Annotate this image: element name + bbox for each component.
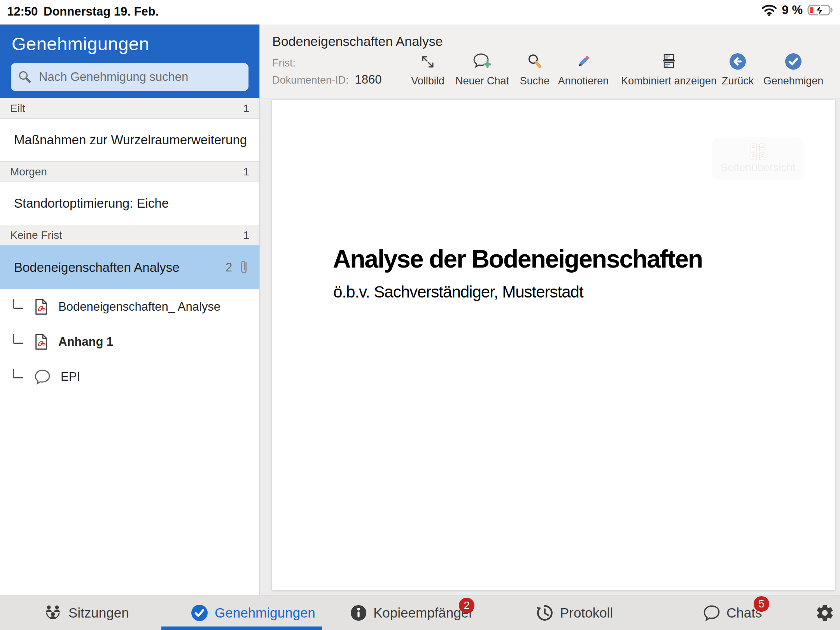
tab-genehmigungen[interactable]: Genehmigungen	[191, 595, 315, 630]
attachment-row-pdf[interactable]: Anhang 1	[0, 324, 259, 359]
pdf-icon	[34, 299, 48, 315]
section-label: Keine Frist	[10, 229, 62, 242]
tree-branch-icon	[13, 299, 23, 309]
info-icon	[350, 604, 367, 621]
clock-time: 12:50	[7, 5, 38, 19]
history-icon	[536, 604, 554, 622]
active-tab-indicator	[161, 626, 322, 630]
sidebar: Genehmigungen Eilt 1 Maßnahmen zur Wurze…	[0, 24, 260, 595]
attachment-count: 2	[226, 261, 232, 275]
tab-chats[interactable]: Chats 5	[703, 595, 762, 630]
document-id-value: 1860	[355, 73, 382, 87]
page-overview-label: Seitenübersicht	[720, 161, 795, 174]
section-count: 1	[243, 166, 249, 178]
combined-view-icon	[660, 52, 677, 70]
status-bar: 12:50 Donnerstag 19. Feb. 9 %	[0, 0, 840, 24]
fullscreen-icon	[419, 52, 436, 70]
meetings-icon	[44, 604, 62, 621]
document-header: Bodeneigenschaften Analyse Frist: Dokume…	[260, 24, 840, 98]
page-overview-button[interactable]: Seitenübersicht	[712, 137, 804, 180]
sidebar-section-keine-frist: Keine Frist 1	[0, 225, 259, 245]
approval-item-label: Bodeneigenschaften Analyse	[14, 260, 180, 275]
battery-icon	[807, 4, 834, 17]
section-label: Morgen	[10, 166, 47, 178]
sidebar-header: Genehmigungen	[0, 24, 259, 98]
approval-item-label: Maßnahmen zur Wurzelraumerweiterung	[14, 133, 247, 147]
chat-bubble-icon	[34, 369, 51, 385]
approve-button[interactable]: Genehmigen	[747, 52, 840, 87]
tree-branch-icon	[13, 334, 23, 344]
section-count: 1	[243, 229, 249, 242]
document-page[interactable]: Analyse der Bodeneigenschaften ö.b.v. Sa…	[272, 100, 835, 590]
sidebar-section-eilt: Eilt 1	[0, 98, 259, 119]
document-title: Analyse der Bodeneigenschaften	[333, 245, 702, 273]
pdf-icon	[34, 334, 48, 350]
search-icon	[18, 70, 32, 84]
sidebar-section-morgen: Morgen 1	[0, 161, 259, 182]
tab-label: Sitzungen	[68, 605, 129, 621]
approval-item-label: Standortoptimierung: Eiche	[14, 196, 169, 211]
chats-icon	[703, 605, 720, 621]
status-date: Donnerstag 19. Feb.	[44, 5, 159, 19]
section-label: Eilt	[10, 102, 25, 115]
document-id-label: Dokumenten-ID:	[272, 74, 349, 86]
attachment-row-pdf[interactable]: Bodeneigenschaften_ Analyse	[0, 289, 259, 324]
tool-label: Annotieren	[558, 75, 609, 87]
document-subtitle: ö.b.v. Sachverständiger, Musterstadt	[333, 283, 583, 301]
document-viewport: Analyse der Bodeneigenschaften ö.b.v. Sa…	[260, 98, 840, 595]
tree-branch-icon	[13, 369, 23, 378]
attachment-label: Bodeneigenschaften_ Analyse	[58, 300, 220, 314]
tab-label: Protokoll	[560, 605, 613, 621]
bottom-tab-bar: Sitzungen Genehmigungen Kopieempfänger 2	[0, 595, 840, 630]
page-overview-icon	[751, 144, 765, 160]
tab-label: Kopieempfänger	[373, 605, 473, 621]
deadline-label: Frist:	[272, 57, 296, 69]
approval-item[interactable]: Maßnahmen zur Wurzelraumerweiterung	[0, 119, 259, 161]
tab-protokoll[interactable]: Protokoll	[536, 595, 613, 630]
settings-button[interactable]	[815, 595, 835, 630]
section-count: 1	[243, 102, 249, 115]
search-box[interactable]	[11, 63, 248, 91]
badge-count: 2	[459, 598, 474, 613]
gear-icon	[815, 603, 835, 623]
wifi-icon	[761, 4, 777, 16]
attachment-row-chat[interactable]: EPI	[0, 359, 259, 394]
attachment-label: Anhang 1	[58, 335, 113, 349]
paperclip-icon	[238, 259, 249, 276]
search-input[interactable]	[38, 70, 242, 84]
approval-item-selected[interactable]: Bodeneigenschaften Analyse 2	[0, 245, 259, 289]
approval-item[interactable]: Standortoptimierung: Eiche	[0, 182, 259, 225]
sidebar-title: Genehmigungen	[12, 33, 149, 54]
pencil-icon	[575, 52, 592, 70]
tab-label: Genehmigungen	[215, 605, 315, 621]
approvals-check-icon	[191, 604, 208, 622]
back-circle-icon	[729, 52, 747, 70]
tab-kopieempfaenger[interactable]: Kopieempfänger 2	[350, 595, 473, 630]
tab-sitzungen[interactable]: Sitzungen	[44, 595, 129, 630]
status-indicators: 9 %	[761, 3, 834, 17]
approve-circle-icon	[784, 52, 802, 70]
tool-label: Genehmigen	[763, 75, 824, 87]
attachment-label: EPI	[61, 370, 80, 384]
badge-count: 5	[754, 596, 769, 612]
battery-percent: 9 %	[782, 3, 803, 17]
document-title-header: Bodeneigenschaften Analyse	[272, 34, 443, 49]
